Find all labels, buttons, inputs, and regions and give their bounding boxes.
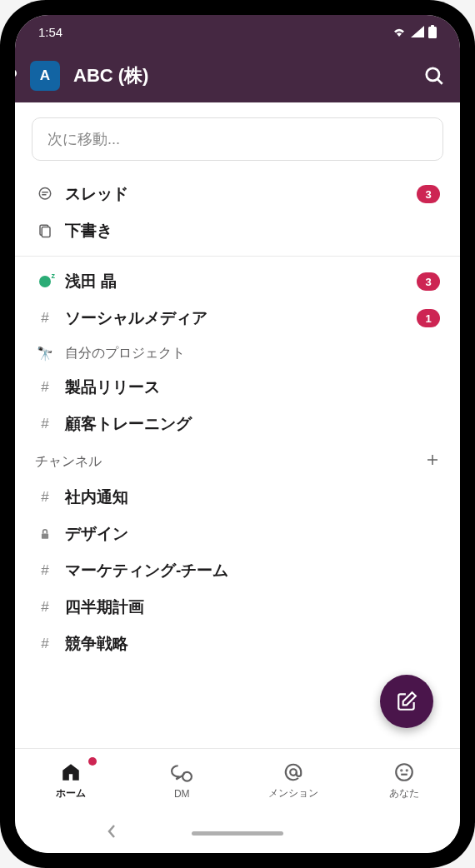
- svg-point-13: [182, 771, 192, 781]
- bottom-nav: ホーム DM メンション あなた: [15, 748, 460, 813]
- drafts-item[interactable]: 下書き: [15, 212, 460, 249]
- svg-point-5: [39, 188, 51, 200]
- search-button[interactable]: [423, 65, 445, 87]
- projects-section-header[interactable]: 🔭 自分のプロジェクト: [15, 337, 460, 369]
- channel-label: マーケティング-チーム: [65, 560, 440, 581]
- status-time: 1:54: [38, 25, 62, 39]
- channels-section-label: チャンネル: [35, 453, 102, 471]
- channel-item-quarterly-plan[interactable]: # 四半期計画: [15, 589, 460, 626]
- threads-badge: 3: [417, 185, 440, 203]
- channel-item-product-release[interactable]: # 製品リリース: [15, 369, 460, 406]
- nav-home-label: ホーム: [56, 786, 86, 801]
- svg-point-3: [427, 67, 439, 80]
- system-nav-pill[interactable]: [192, 831, 283, 836]
- channel-social-badge: 1: [417, 309, 440, 327]
- threads-label: スレッド: [65, 183, 417, 205]
- drafts-label: 下書き: [65, 220, 440, 242]
- search-icon: [423, 65, 445, 87]
- channel-label: 四半期計画: [65, 596, 440, 618]
- channels-section-header[interactable]: チャンネル: [15, 442, 460, 479]
- workspace-avatar[interactable]: A: [30, 61, 60, 91]
- svg-rect-12: [42, 533, 48, 538]
- channel-social-label: ソーシャルメディア: [65, 307, 417, 329]
- cellular-icon: [411, 26, 424, 37]
- hash-icon: #: [35, 379, 55, 396]
- system-back-button[interactable]: [107, 824, 117, 842]
- channel-item-competition[interactable]: # 競争戦略: [15, 626, 460, 662]
- hash-icon: #: [35, 489, 55, 506]
- at-icon: [282, 761, 304, 783]
- nav-dm[interactable]: DM: [127, 749, 238, 813]
- status-bar: 1:54: [15, 15, 460, 48]
- divider: [15, 256, 460, 257]
- header: A ABC (株): [15, 48, 460, 102]
- nav-dm-label: DM: [174, 788, 190, 800]
- jump-to-input[interactable]: [32, 117, 443, 161]
- svg-point-16: [401, 770, 402, 771]
- channel-item-social[interactable]: # ソーシャルメディア 1: [15, 300, 460, 337]
- nav-you-label: あなた: [389, 786, 419, 801]
- add-channel-button[interactable]: [425, 451, 440, 472]
- channel-item-announcements[interactable]: # 社内通知: [15, 479, 460, 516]
- dm-icon: [171, 763, 192, 785]
- notification-dot: [88, 757, 97, 766]
- dm-user-label: 浅田 晶: [65, 271, 417, 292]
- svg-point-14: [290, 769, 297, 776]
- workspace-title[interactable]: ABC (株): [73, 63, 423, 88]
- channel-label: 競争戦略: [65, 633, 440, 655]
- threads-icon: [35, 187, 55, 202]
- hash-icon: #: [35, 416, 55, 432]
- chevron-left-icon: [107, 824, 117, 839]
- svg-rect-1: [431, 25, 434, 27]
- status-icons: [392, 25, 437, 38]
- phone-frame: 1:54 A ABC (株): [0, 0, 475, 868]
- svg-point-2: [15, 69, 17, 77]
- svg-point-17: [407, 770, 408, 771]
- face-icon: [393, 761, 415, 783]
- channel-label: デザイン: [65, 523, 440, 545]
- svg-line-4: [438, 79, 442, 83]
- system-nav-bar: [15, 813, 460, 853]
- hash-icon: #: [35, 636, 55, 652]
- wifi-icon: [392, 26, 407, 37]
- home-icon: [60, 761, 82, 783]
- hash-icon: #: [35, 310, 55, 327]
- projects-section-label: 自分のプロジェクト: [65, 345, 185, 362]
- battery-icon: [428, 25, 437, 38]
- drafts-icon: [35, 223, 55, 238]
- channel-item-design[interactable]: デザイン: [15, 516, 460, 552]
- channel-label: 顧客トレーニング: [65, 413, 440, 435]
- svg-rect-9: [42, 227, 50, 237]
- dm-user-badge: 3: [417, 272, 440, 291]
- compose-icon: [396, 691, 418, 712]
- telescope-icon: 🔭: [35, 346, 55, 362]
- screen: 1:54 A ABC (株): [15, 15, 460, 853]
- compose-fab[interactable]: [380, 675, 433, 728]
- presence-icon: [35, 276, 55, 287]
- svg-point-15: [397, 764, 413, 781]
- channel-item-customer-training[interactable]: # 顧客トレーニング: [15, 406, 460, 442]
- channel-item-marketing[interactable]: # マーケティング-チーム: [15, 552, 460, 589]
- content-scroll[interactable]: スレッド 3 下書き 浅田 晶 3 #: [15, 102, 460, 748]
- hash-icon: #: [35, 599, 55, 616]
- channel-label: 社内通知: [65, 486, 440, 508]
- nav-mentions-label: メンション: [268, 786, 318, 801]
- lock-icon: [35, 527, 55, 541]
- dm-item-asada[interactable]: 浅田 晶 3: [15, 263, 460, 300]
- nav-home[interactable]: ホーム: [15, 749, 127, 813]
- channel-label: 製品リリース: [65, 377, 440, 398]
- workspace-switch-indicator[interactable]: [15, 63, 17, 87]
- svg-rect-0: [428, 27, 437, 38]
- nav-you[interactable]: あなた: [349, 749, 461, 813]
- plus-icon: [425, 452, 440, 467]
- hash-icon: #: [35, 562, 55, 579]
- threads-item[interactable]: スレッド 3: [15, 176, 460, 212]
- nav-mentions[interactable]: メンション: [238, 749, 349, 813]
